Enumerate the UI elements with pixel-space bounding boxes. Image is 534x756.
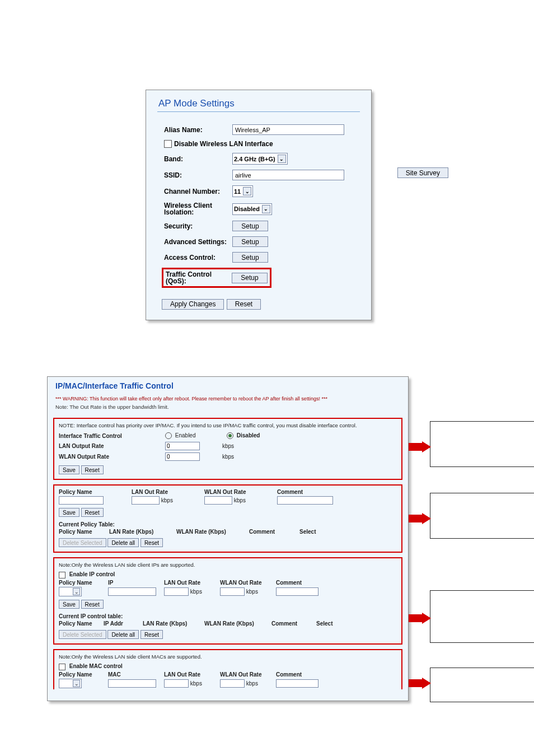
ssid-input[interactable] (232, 170, 344, 180)
lan-out-input[interactable] (164, 679, 189, 688)
security-row: Security: Setup (146, 218, 371, 234)
delete-all-button[interactable]: Delete all (107, 630, 139, 639)
ap-mode-settings-panel: AP Mode Settings Alias Name: Disable Wir… (146, 90, 372, 320)
channel-label: Channel Number: (164, 188, 232, 195)
reset-button[interactable]: Reset (140, 538, 163, 547)
chevron-down-icon: ⌄ (73, 588, 80, 595)
band-row: Band: 2.4 GHz (B+G) ⌄ (146, 151, 371, 167)
save-button[interactable]: Save (59, 465, 79, 474)
isolation-select[interactable]: Disabled ⌄ (232, 203, 272, 215)
comment-input[interactable] (276, 679, 318, 688)
col-comment: Comment (271, 620, 316, 627)
col-wlan: WLAN Out Rate (220, 671, 276, 678)
enabled-radio[interactable] (165, 432, 172, 439)
apply-changes-button[interactable]: Apply Changes (162, 299, 224, 310)
chevron-down-icon: ⌄ (243, 187, 251, 195)
arrow-icon (409, 441, 431, 452)
kbps-label: kbps (161, 497, 173, 503)
col-policy: Policy Name (59, 529, 109, 535)
wlan-out-input[interactable] (204, 496, 232, 505)
reset-button[interactable]: Reset (81, 600, 104, 609)
reset-button[interactable]: Reset (81, 508, 104, 517)
kbps-label: kbps (234, 497, 246, 503)
callout-box-4 (430, 668, 534, 702)
delete-selected-button[interactable]: Delete Selected (59, 630, 106, 639)
arrow-icon (409, 678, 431, 689)
channel-select[interactable]: 11 ⌄ (232, 185, 253, 197)
comment-input[interactable] (277, 496, 333, 505)
col-wlan: WLAN Out Rate (204, 489, 277, 495)
ip-input[interactable] (108, 587, 156, 596)
chevron-down-icon: ⌄ (278, 155, 286, 163)
policy-select[interactable]: ⌄ (59, 679, 82, 688)
current-ip-title: Current IP control table: (59, 613, 397, 619)
disabled-radio[interactable] (227, 432, 233, 439)
ip-control-section: Note:Only the Wireless LAN side client I… (53, 557, 402, 645)
access-setup-button[interactable]: Setup (232, 252, 268, 263)
chevron-down-icon: ⌄ (262, 205, 270, 213)
reset-button[interactable]: Reset (81, 465, 104, 474)
ap-mode-title: AP Mode Settings (146, 90, 371, 111)
band-value: 2.4 GHz (B+G) (234, 156, 278, 162)
disabled-radio-group: Disabled (227, 432, 260, 439)
security-label: Security: (164, 222, 232, 230)
policy-select[interactable]: ⌄ (59, 587, 82, 596)
col-select: Select (299, 529, 333, 535)
save-button[interactable]: Save (59, 508, 79, 517)
col-wlan: WLAN Rate (Kbps) (176, 529, 249, 535)
delete-selected-button[interactable]: Delete Selected (59, 538, 106, 547)
enabled-label: Enabled (175, 432, 196, 438)
col-ip: IP Addr (104, 620, 143, 627)
col-policy: Policy Name (59, 620, 104, 627)
isolation-row: Wireless Client Isolation: Disabled ⌄ (146, 200, 371, 218)
comment-input[interactable] (276, 587, 318, 596)
interface-label: Interface Traffic Control (59, 433, 165, 439)
band-select[interactable]: 2.4 GHz (B+G) ⌄ (232, 153, 288, 165)
reset-button[interactable]: Reset (140, 630, 163, 639)
save-button[interactable]: Save (59, 600, 79, 609)
lan-rate-label: LAN Output Rate (59, 443, 165, 449)
enable-ip-checkbox[interactable] (59, 572, 65, 578)
mac-control-section: Note:Only the Wireless LAN side client M… (53, 649, 402, 689)
channel-row: Channel Number: 11 ⌄ (146, 183, 371, 200)
enabled-radio-group: Enabled (165, 432, 227, 439)
enable-mac-checkbox[interactable] (59, 664, 65, 670)
col-select: Select (316, 620, 350, 627)
lan-out-input[interactable] (164, 587, 189, 596)
mac-input[interactable] (108, 679, 156, 688)
qos-row: Traffic Control (QoS): Setup (146, 265, 371, 291)
lan-rate-input[interactable] (165, 442, 200, 450)
site-survey-button[interactable]: Site Survey (397, 167, 448, 178)
col-comment: Comment (276, 580, 321, 586)
wlan-out-input[interactable] (220, 679, 245, 688)
security-setup-button[interactable]: Setup (232, 221, 268, 231)
alias-input[interactable] (232, 124, 344, 135)
col-lan: LAN Out Rate (164, 671, 220, 678)
col-policy: Policy Name (59, 671, 108, 678)
enable-ip-label: Enable IP control (69, 571, 115, 577)
qos-label: Traffic Control (QoS): (166, 271, 232, 284)
disable-wlan-checkbox[interactable] (164, 140, 172, 148)
mac-note: Note:Only the Wireless LAN side client M… (59, 654, 397, 660)
reboot-warning: *** WARNING: This function will take eff… (48, 390, 408, 402)
alias-row: Alias Name: (146, 122, 371, 138)
advanced-setup-button[interactable]: Setup (232, 236, 268, 247)
interface-note: NOTE: Interface control has priority ove… (59, 422, 397, 428)
svg-marker-1 (409, 513, 431, 524)
isolation-label: Wireless Client Isolation: (164, 202, 232, 216)
delete-all-button[interactable]: Delete all (107, 538, 139, 547)
col-mac: MAC (108, 671, 164, 678)
kbps-label: kbps (246, 680, 258, 687)
wlan-rate-input[interactable] (165, 452, 200, 461)
col-wlan: WLAN Rate (Kbps) (204, 620, 271, 627)
lan-out-input[interactable] (132, 496, 160, 505)
col-wlan: WLAN Out Rate (220, 580, 276, 586)
ssid-label: SSID: (164, 171, 232, 179)
qos-setup-button[interactable]: Setup (232, 273, 268, 283)
wlan-out-input[interactable] (220, 587, 245, 596)
callout-box-2 (430, 493, 534, 539)
arrow-icon (409, 613, 431, 624)
policy-name-input[interactable] (59, 496, 104, 505)
reset-button[interactable]: Reset (227, 299, 261, 310)
col-lan: LAN Out Rate (164, 580, 220, 586)
